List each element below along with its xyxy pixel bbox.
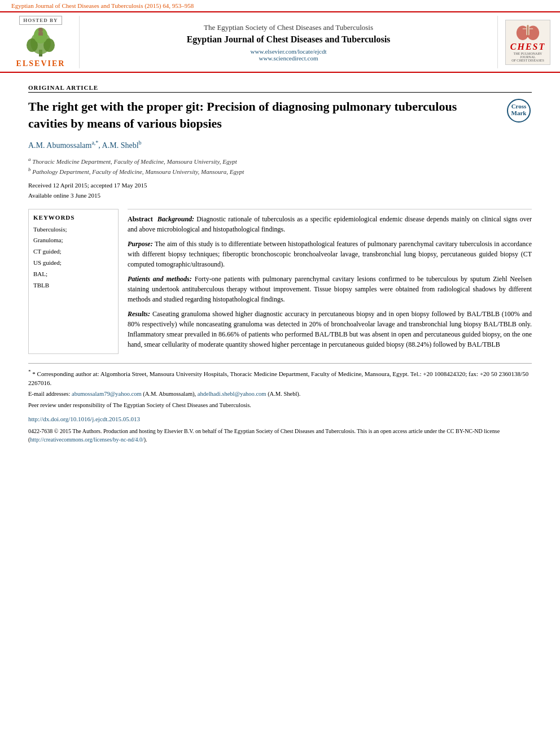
keyword-6: TBLB xyxy=(33,280,113,291)
main-content: ORIGINAL ARTICLE The right get with the … xyxy=(0,73,560,449)
journal-header: HOSTED BY ELSEVIER The Egyptian Society … xyxy=(0,11,560,73)
url1: www.elsevier.com/locate/ejcdt xyxy=(251,48,327,55)
keywords-title: KEYWORDS xyxy=(33,214,113,221)
elsevier-brand: ELSEVIER xyxy=(16,59,65,68)
crossmark-badge[interactable]: Cross Mark xyxy=(506,98,532,124)
svg-rect-6 xyxy=(38,32,43,36)
chest-brand: CHEST xyxy=(510,42,545,52)
keyword-3: CT guided; xyxy=(33,246,113,257)
section-label: ORIGINAL ARTICLE xyxy=(28,84,532,93)
keywords-abstract-section: KEYWORDS Tuberculosis; Granuloma; CT gui… xyxy=(28,209,532,354)
doi-link[interactable]: http://dx.doi.org/10.1016/j.ejcdt.2015.0… xyxy=(28,414,532,424)
dates: Received 12 April 2015; accepted 17 May … xyxy=(28,181,532,200)
elsevier-logo-section: HOSTED BY ELSEVIER xyxy=(7,16,75,68)
chest-sub: THE PULMONARY JOURNALOF CHEST DISEASES xyxy=(508,52,548,62)
crossmark-icon: Cross Mark xyxy=(506,98,532,124)
url2: www.sciencedirect.com xyxy=(251,55,327,62)
abstract-patients: Patients and methods: Forty-one patients… xyxy=(128,274,532,304)
received-date: Received 12 April 2015; accepted 17 May … xyxy=(28,181,532,191)
email2-link[interactable]: ahdelhadi.shebl@yahoo.com xyxy=(198,391,266,397)
available-date: Available online 3 June 2015 xyxy=(28,191,532,201)
chest-journal-logo: CHEST THE PULMONARY JOURNALOF CHEST DISE… xyxy=(505,20,550,65)
keywords-list: Tuberculosis; Granuloma; CT guided; US g… xyxy=(33,224,113,291)
article-title: The right get with the proper git: Preci… xyxy=(28,98,532,132)
keyword-2: Granuloma; xyxy=(33,235,113,246)
svg-point-5 xyxy=(38,28,43,32)
svg-text:Mark: Mark xyxy=(511,110,527,116)
society-name: The Egyptian Society of Chest Diseases a… xyxy=(204,23,373,32)
abstract-section: Abstract Background: Diagnostic rational… xyxy=(128,209,532,354)
journal-reference: Egyptian Journal of Chest Diseases and T… xyxy=(0,0,560,11)
cc-license-link[interactable]: http://creativecommons.org/licenses/by-n… xyxy=(30,436,143,443)
lung-icon xyxy=(514,23,542,41)
keywords-box: KEYWORDS Tuberculosis; Granuloma; CT gui… xyxy=(28,209,119,354)
corresponding-author-note: * * Corresponding author at: Algomhoria … xyxy=(28,368,532,388)
hosted-by-label: HOSTED BY xyxy=(19,16,62,25)
email1-link[interactable]: abumossalam79@yahoo.com xyxy=(72,391,142,397)
peer-review-note: Peer review under responsibility of The … xyxy=(28,401,532,410)
keyword-1: Tuberculosis; xyxy=(33,224,113,235)
keyword-4: US guided; xyxy=(33,257,113,269)
elsevier-logo: ELSEVIER xyxy=(16,27,65,68)
journal-urls: www.elsevier.com/locate/ejcdt www.scienc… xyxy=(251,48,327,62)
svg-text:Cross: Cross xyxy=(511,103,527,110)
footnote-section: * * Corresponding author at: Algomhoria … xyxy=(28,363,532,444)
journal-title: Egyptian Journal of Chest Diseases and T… xyxy=(187,34,391,45)
copyright-notice: 0422-7638 © 2015 The Authors. Production… xyxy=(28,427,532,444)
abstract-results: Results: Caseating granuloma showed high… xyxy=(128,309,532,350)
chest-logo-section: CHEST THE PULMONARY JOURNALOF CHEST DISE… xyxy=(502,16,553,68)
affiliation-b: b Pathology Department, Faculty of Medic… xyxy=(28,166,532,176)
authors-line: A.M. Abumossalama,*, A.M. Sheblb xyxy=(28,139,532,150)
keyword-5: BAL; xyxy=(33,269,113,280)
elsevier-tree-icon xyxy=(21,27,60,58)
affiliation-a: a Thoracic Medicine Department, Faculty … xyxy=(28,156,532,166)
abstract-purpose: Purpose: The aim of this study is to dif… xyxy=(128,239,532,269)
affiliations: a Thoracic Medicine Department, Faculty … xyxy=(28,156,532,176)
journal-info: The Egyptian Society of Chest Diseases a… xyxy=(79,16,498,68)
abstract-background: Abstract Background: Diagnostic rational… xyxy=(128,214,532,234)
email-note: E-mail addresses: abumossalam79@yahoo.co… xyxy=(28,390,532,399)
